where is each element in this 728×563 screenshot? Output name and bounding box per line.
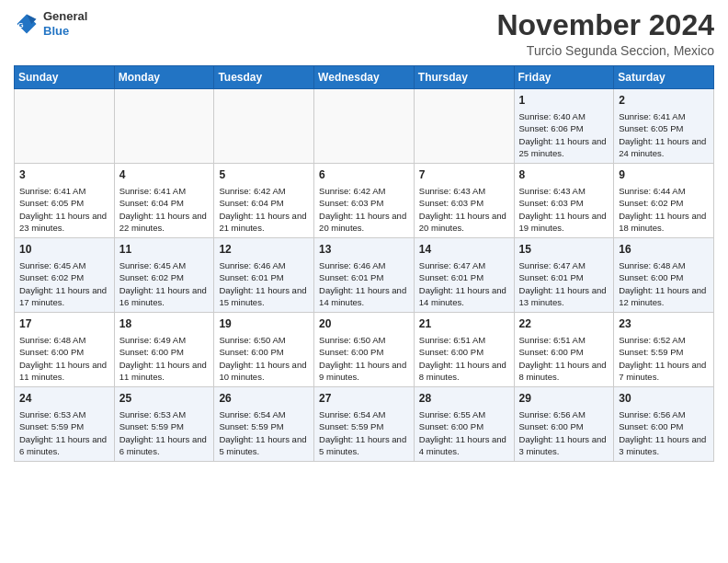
calendar-cell <box>314 89 415 164</box>
day-number: 10 <box>19 242 109 258</box>
day-number: 24 <box>19 391 109 407</box>
day-info: Sunrise: 6:53 AM <box>19 408 109 420</box>
day-info: Sunset: 6:00 PM <box>419 346 509 358</box>
day-info: Daylight: 11 hours and 8 minutes. <box>419 359 509 384</box>
day-info: Sunset: 5:59 PM <box>219 420 309 432</box>
day-info: Sunset: 6:05 PM <box>619 122 709 134</box>
calendar-cell: 17Sunrise: 6:48 AMSunset: 6:00 PMDayligh… <box>15 313 115 387</box>
day-number: 17 <box>19 316 109 332</box>
day-info: Sunrise: 6:46 AM <box>219 259 309 271</box>
day-info: Sunrise: 6:54 AM <box>319 408 409 420</box>
day-info: Sunrise: 6:56 AM <box>519 408 609 420</box>
day-info: Sunrise: 6:45 AM <box>19 259 109 271</box>
calendar-cell <box>414 89 514 164</box>
day-info: Sunrise: 6:45 AM <box>119 259 210 271</box>
day-info: Daylight: 11 hours and 8 minutes. <box>519 359 609 384</box>
day-info: Sunrise: 6:41 AM <box>619 110 709 122</box>
day-number: 13 <box>319 242 409 258</box>
day-info: Sunrise: 6:47 AM <box>519 259 609 271</box>
day-info: Sunrise: 6:51 AM <box>519 334 609 346</box>
day-number: 9 <box>619 167 709 183</box>
day-info: Daylight: 11 hours and 20 minutes. <box>419 210 509 235</box>
week-row-2: 10Sunrise: 6:45 AMSunset: 6:02 PMDayligh… <box>15 238 714 313</box>
day-info: Daylight: 11 hours and 13 minutes. <box>519 284 609 309</box>
day-number: 26 <box>219 391 309 407</box>
day-info: Sunrise: 6:50 AM <box>319 334 409 346</box>
day-number: 23 <box>619 316 709 332</box>
calendar-cell <box>15 89 115 164</box>
week-row-1: 3Sunrise: 6:41 AMSunset: 6:05 PMDaylight… <box>15 164 714 238</box>
location: Turcio Segunda Seccion, Mexico <box>496 43 714 58</box>
day-info: Daylight: 11 hours and 7 minutes. <box>619 359 709 384</box>
day-number: 29 <box>519 391 609 407</box>
logo-blue: Blue <box>43 24 87 39</box>
day-number: 12 <box>219 242 309 258</box>
day-info: Sunset: 6:00 PM <box>619 420 709 432</box>
day-info: Daylight: 11 hours and 5 minutes. <box>219 433 309 458</box>
day-info: Sunrise: 6:42 AM <box>319 185 409 197</box>
day-number: 25 <box>119 391 210 407</box>
day-info: Sunset: 5:59 PM <box>19 420 109 432</box>
day-info: Sunset: 6:02 PM <box>119 271 210 283</box>
calendar-cell: 30Sunrise: 6:56 AMSunset: 6:00 PMDayligh… <box>614 387 714 462</box>
day-info: Daylight: 11 hours and 14 minutes. <box>419 284 509 309</box>
day-info: Sunrise: 6:43 AM <box>419 185 509 197</box>
day-info: Sunrise: 6:50 AM <box>219 334 309 346</box>
day-info: Sunrise: 6:53 AM <box>119 408 210 420</box>
day-info: Daylight: 11 hours and 10 minutes. <box>219 359 309 384</box>
logo-icon: G <box>14 11 40 37</box>
header-saturday: Saturday <box>614 66 714 89</box>
calendar-cell: 16Sunrise: 6:48 AMSunset: 6:00 PMDayligh… <box>614 238 714 313</box>
day-info: Daylight: 11 hours and 16 minutes. <box>119 284 210 309</box>
logo-text: General Blue <box>43 9 87 38</box>
day-info: Sunset: 6:00 PM <box>319 346 409 358</box>
calendar-cell: 14Sunrise: 6:47 AMSunset: 6:01 PMDayligh… <box>414 238 514 313</box>
day-info: Sunset: 6:01 PM <box>319 271 409 283</box>
calendar-cell: 3Sunrise: 6:41 AMSunset: 6:05 PMDaylight… <box>15 164 115 238</box>
day-info: Sunrise: 6:54 AM <box>219 408 309 420</box>
day-info: Sunrise: 6:42 AM <box>219 185 309 197</box>
day-info: Daylight: 11 hours and 22 minutes. <box>119 210 210 235</box>
day-info: Sunset: 6:06 PM <box>519 122 609 134</box>
calendar-cell: 5Sunrise: 6:42 AMSunset: 6:04 PMDaylight… <box>214 164 314 238</box>
calendar-cell: 27Sunrise: 6:54 AMSunset: 5:59 PMDayligh… <box>314 387 415 462</box>
day-info: Daylight: 11 hours and 6 minutes. <box>19 433 109 458</box>
day-info: Sunset: 5:59 PM <box>319 420 409 432</box>
day-number: 16 <box>619 242 709 258</box>
calendar-cell: 19Sunrise: 6:50 AMSunset: 6:00 PMDayligh… <box>214 313 314 387</box>
day-info: Sunrise: 6:40 AM <box>519 110 609 122</box>
day-info: Sunset: 6:00 PM <box>519 346 609 358</box>
header-monday: Monday <box>114 66 214 89</box>
logo: G General Blue <box>14 9 87 38</box>
day-number: 3 <box>19 167 109 183</box>
calendar-cell: 26Sunrise: 6:54 AMSunset: 5:59 PMDayligh… <box>214 387 314 462</box>
header-friday: Friday <box>514 66 614 89</box>
day-number: 7 <box>419 167 509 183</box>
calendar-cell <box>214 89 314 164</box>
day-info: Sunrise: 6:48 AM <box>619 259 709 271</box>
day-number: 18 <box>119 316 210 332</box>
day-number: 27 <box>319 391 409 407</box>
day-info: Daylight: 11 hours and 9 minutes. <box>319 359 409 384</box>
calendar-cell: 13Sunrise: 6:46 AMSunset: 6:01 PMDayligh… <box>314 238 415 313</box>
day-info: Daylight: 11 hours and 5 minutes. <box>319 433 409 458</box>
day-info: Daylight: 11 hours and 11 minutes. <box>19 359 109 384</box>
day-number: 5 <box>219 167 309 183</box>
day-info: Sunset: 6:00 PM <box>119 346 210 358</box>
calendar-cell: 7Sunrise: 6:43 AMSunset: 6:03 PMDaylight… <box>414 164 514 238</box>
day-info: Sunset: 6:02 PM <box>19 271 109 283</box>
calendar-cell: 21Sunrise: 6:51 AMSunset: 6:00 PMDayligh… <box>414 313 514 387</box>
day-info: Sunset: 6:04 PM <box>119 197 210 209</box>
day-number: 8 <box>519 167 609 183</box>
header-tuesday: Tuesday <box>214 66 314 89</box>
calendar-cell: 18Sunrise: 6:49 AMSunset: 6:00 PMDayligh… <box>114 313 214 387</box>
calendar-header: Sunday Monday Tuesday Wednesday Thursday… <box>15 66 714 89</box>
calendar-cell: 4Sunrise: 6:41 AMSunset: 6:04 PMDaylight… <box>114 164 214 238</box>
day-info: Daylight: 11 hours and 17 minutes. <box>19 284 109 309</box>
day-info: Sunrise: 6:44 AM <box>619 185 709 197</box>
day-info: Sunset: 5:59 PM <box>619 346 709 358</box>
day-info: Daylight: 11 hours and 23 minutes. <box>19 210 109 235</box>
month-title: November 2024 <box>496 9 714 41</box>
logo-general: General <box>43 9 87 24</box>
header-row: Sunday Monday Tuesday Wednesday Thursday… <box>15 66 714 89</box>
